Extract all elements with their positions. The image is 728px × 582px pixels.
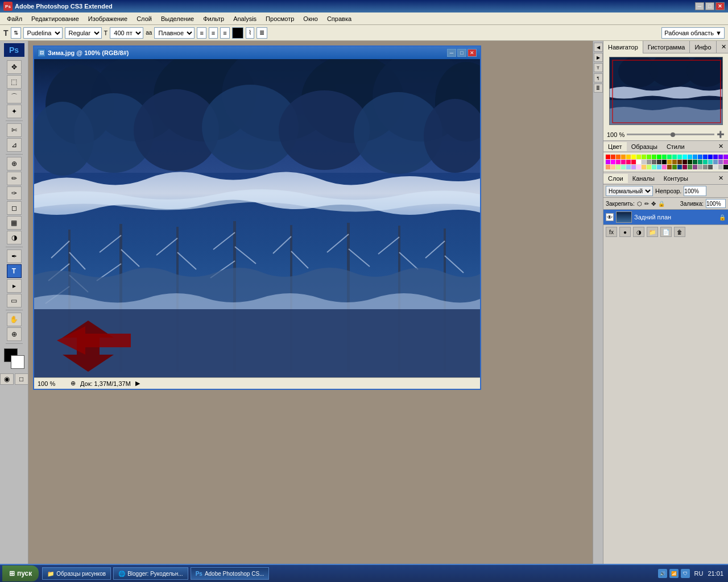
- color-swatch[interactable]: [626, 160, 631, 164]
- layers-panel-close[interactable]: ✕: [714, 173, 728, 183]
- color-swatch[interactable]: [672, 165, 677, 169]
- color-swatch[interactable]: [642, 165, 646, 169]
- color-swatch[interactable]: [723, 165, 728, 169]
- color-swatch[interactable]: [662, 155, 667, 159]
- magic-wand-tool[interactable]: ✦: [7, 105, 22, 118]
- font-style-select[interactable]: Regular: [65, 27, 102, 39]
- eyedropper-tool[interactable]: ⊿: [7, 138, 22, 152]
- color-swatch[interactable]: [621, 160, 626, 164]
- color-swatch[interactable]: [672, 155, 677, 159]
- color-swatch[interactable]: [647, 160, 651, 164]
- color-swatch[interactable]: [647, 165, 651, 169]
- panel-strip-btn-5[interactable]: ≣: [594, 84, 603, 93]
- menu-edit[interactable]: Редактирование: [27, 14, 84, 23]
- hand-tool[interactable]: ✋: [7, 313, 22, 326]
- color-swatch[interactable]: [662, 165, 667, 169]
- marquee-tool[interactable]: ⬚: [7, 75, 22, 89]
- background-color[interactable]: [11, 355, 24, 369]
- lock-position-btn[interactable]: ✥: [651, 201, 656, 207]
- panel-strip-btn-4[interactable]: ¶: [594, 73, 603, 82]
- opacity-input[interactable]: [684, 186, 706, 196]
- color-swatch[interactable]: [611, 160, 615, 164]
- color-swatch[interactable]: [652, 155, 656, 159]
- color-swatch[interactable]: [698, 155, 702, 159]
- color-swatch[interactable]: [723, 160, 728, 164]
- color-swatch[interactable]: [682, 165, 687, 169]
- taskbar-item-1[interactable]: 🌐 Blogger: Рукодельн...: [113, 567, 188, 580]
- layer-group-btn[interactable]: 📁: [647, 227, 658, 237]
- color-swatch[interactable]: [688, 165, 692, 169]
- color-swatch[interactable]: [631, 160, 636, 164]
- color-swatch[interactable]: [652, 160, 656, 164]
- color-swatch[interactable]: [718, 160, 723, 164]
- color-swatch[interactable]: [723, 155, 728, 159]
- minimize-button[interactable]: ─: [695, 2, 704, 10]
- color-swatch[interactable]: [642, 160, 646, 164]
- tab-histogram[interactable]: Гистограмма: [643, 41, 690, 53]
- color-swatch[interactable]: [667, 155, 672, 159]
- menu-view[interactable]: Просмотр: [261, 14, 299, 23]
- menu-window[interactable]: Окно: [299, 14, 322, 23]
- zoom-in-icon[interactable]: ➕: [717, 131, 725, 138]
- color-swatch[interactable]: [616, 160, 621, 164]
- nav-panel-close[interactable]: ✕: [717, 41, 728, 53]
- color-swatch[interactable]: [677, 155, 682, 159]
- color-swatch[interactable]: [652, 165, 656, 169]
- color-swatch[interactable]: [693, 165, 697, 169]
- color-swatch[interactable]: [703, 160, 708, 164]
- crop-tool[interactable]: ✄: [7, 123, 22, 137]
- color-swatch[interactable]: [713, 160, 718, 164]
- color-swatches[interactable]: [4, 348, 24, 369]
- color-swatch[interactable]: [718, 165, 723, 169]
- color-swatch[interactable]: [621, 165, 626, 169]
- color-swatch[interactable]: [647, 155, 651, 159]
- color-swatch[interactable]: [631, 165, 636, 169]
- zoom-tool[interactable]: ⊕: [7, 327, 22, 341]
- quick-mask-btn[interactable]: ◉: [0, 373, 14, 385]
- layer-fx-btn[interactable]: fx: [606, 227, 617, 237]
- color-swatch[interactable]: [677, 160, 682, 164]
- text-palettes-btn[interactable]: ≣: [257, 27, 267, 39]
- close-button[interactable]: ✕: [715, 2, 725, 10]
- taskbar-item-2[interactable]: Ps Adobe Photoshop CS...: [191, 567, 270, 580]
- workspace-btn[interactable]: Рабочая область ▼: [661, 27, 725, 39]
- color-swatch[interactable]: [682, 155, 687, 159]
- color-swatch[interactable]: [621, 155, 626, 159]
- menu-file[interactable]: Файл: [2, 14, 27, 23]
- zoom-icon[interactable]: ⊕: [71, 380, 76, 387]
- color-swatch[interactable]: [693, 160, 697, 164]
- screen-mode-btn[interactable]: □: [15, 373, 28, 385]
- color-swatch[interactable]: [657, 160, 661, 164]
- antialiasing-select[interactable]: Плавное: [154, 27, 195, 39]
- color-swatch[interactable]: [616, 155, 621, 159]
- color-swatch[interactable]: [708, 155, 713, 159]
- gradient-tool[interactable]: ▦: [7, 216, 22, 230]
- menu-filter[interactable]: Фильтр: [198, 14, 229, 23]
- color-swatch[interactable]: [626, 165, 631, 169]
- blend-mode-select[interactable]: Нормальный: [606, 186, 653, 196]
- doc-maximize-btn[interactable]: □: [457, 49, 466, 57]
- panel-strip-btn-3[interactable]: T: [594, 63, 603, 72]
- tab-paths[interactable]: Контуры: [659, 174, 693, 183]
- color-swatch[interactable]: [616, 165, 621, 169]
- color-swatch[interactable]: [688, 155, 692, 159]
- panel-strip-btn-2[interactable]: ▶: [594, 53, 603, 62]
- color-swatch[interactable]: [698, 160, 702, 164]
- doc-close-btn[interactable]: ✕: [468, 49, 477, 57]
- dodge-tool[interactable]: ◑: [7, 231, 22, 244]
- path-select-tool[interactable]: ▸: [7, 279, 22, 293]
- text-orientation-btn[interactable]: ⇅: [11, 27, 21, 39]
- text-tool[interactable]: T: [7, 264, 22, 278]
- color-swatch[interactable]: [626, 155, 631, 159]
- color-swatch[interactable]: [611, 155, 615, 159]
- layer-visibility-icon[interactable]: 👁: [606, 213, 614, 221]
- tab-styles[interactable]: Стили: [662, 142, 689, 151]
- lasso-tool[interactable]: ⌒: [7, 90, 22, 103]
- eraser-tool[interactable]: ◻: [7, 201, 22, 215]
- text-color-btn[interactable]: [232, 27, 243, 39]
- color-swatch[interactable]: [703, 165, 708, 169]
- lock-all-btn[interactable]: 🔒: [658, 201, 665, 207]
- font-family-select[interactable]: Pudelina: [23, 27, 63, 39]
- lock-transparent-btn[interactable]: ⬡: [637, 201, 642, 207]
- taskbar-item-0[interactable]: 📁 Образцы рисунков: [42, 567, 111, 580]
